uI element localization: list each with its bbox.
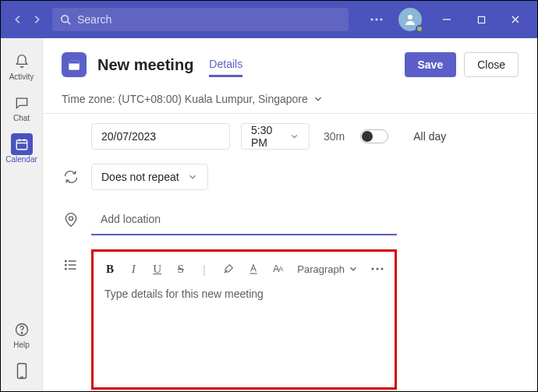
svg-rect-11 — [69, 61, 80, 64]
repeat-icon — [63, 169, 79, 185]
app-rail: Activity Chat Calendar Help — [1, 38, 43, 391]
italic-button[interactable]: I — [128, 261, 139, 277]
rail-help[interactable]: Help — [3, 314, 41, 355]
calendar-glyph-icon — [67, 58, 81, 72]
account-avatar[interactable] — [398, 8, 422, 31]
more-horizontal-icon — [371, 267, 384, 270]
chevron-down-icon — [187, 171, 198, 182]
page-header: New meeting Details Save Close — [43, 38, 537, 77]
svg-point-12 — [69, 217, 73, 221]
svg-point-16 — [372, 268, 374, 270]
font-color-icon — [247, 263, 260, 275]
paragraph-style-select[interactable]: Paragraph — [297, 263, 359, 275]
svg-rect-9 — [17, 364, 26, 379]
chat-icon — [14, 95, 30, 111]
nav-back-button[interactable] — [10, 12, 26, 27]
clock-icon-slot — [62, 127, 80, 146]
window-minimize-button[interactable] — [431, 7, 462, 32]
toolbar-more-button[interactable] — [371, 261, 384, 277]
device-icon — [16, 362, 27, 380]
time-input[interactable]: 5:30 PM — [241, 123, 310, 150]
rail-chat[interactable]: Chat — [3, 87, 41, 129]
date-value: 20/07/2023 — [101, 130, 156, 143]
chevron-down-icon — [348, 263, 359, 274]
chevron-down-icon — [313, 94, 324, 104]
svg-point-3 — [380, 18, 382, 20]
svg-rect-5 — [478, 16, 484, 23]
datetime-row: 20/07/2023 5:30 PM 30m All day — [62, 123, 519, 150]
chevron-down-icon — [289, 131, 299, 142]
repeat-value: Does not repeat — [101, 171, 179, 183]
bold-button[interactable]: B — [104, 261, 115, 277]
close-button[interactable]: Close — [464, 52, 519, 77]
rail-help-label: Help — [13, 341, 30, 349]
app-window: Search Activity — [0, 0, 538, 392]
page-title: New meeting — [97, 56, 193, 74]
svg-point-0 — [62, 16, 69, 23]
search-input[interactable]: Search — [52, 8, 349, 31]
more-options-button[interactable] — [364, 7, 389, 32]
svg-point-14 — [65, 264, 67, 266]
titlebar: Search — [1, 1, 537, 38]
location-icon — [63, 212, 79, 228]
rail-device[interactable] — [3, 355, 41, 391]
svg-rect-6 — [16, 140, 27, 150]
window-maximize-button[interactable] — [465, 7, 497, 32]
rail-chat-label: Chat — [13, 114, 30, 122]
search-icon — [60, 14, 71, 25]
editor-toolbar: B I U S | AA — [104, 261, 384, 277]
font-color-button[interactable] — [247, 261, 260, 277]
timezone-label: Time zone: (UTC+08:00) Kuala Lumpur, Sin… — [62, 93, 308, 105]
paragraph-style-label: Paragraph — [297, 263, 345, 275]
svg-point-8 — [21, 333, 22, 334]
strikethrough-button[interactable]: S — [175, 261, 186, 277]
person-icon — [404, 13, 416, 26]
svg-point-13 — [65, 260, 67, 262]
history-nav — [10, 12, 44, 27]
list-icon — [63, 257, 79, 273]
allday-toggle[interactable] — [360, 129, 388, 143]
location-input[interactable]: Add location — [91, 204, 397, 235]
highlight-icon — [222, 263, 235, 275]
underline-button[interactable]: U — [151, 261, 162, 277]
timezone-selector[interactable]: Time zone: (UTC+08:00) Kuala Lumpur, Sin… — [43, 77, 537, 114]
svg-point-17 — [377, 268, 379, 270]
rail-activity[interactable]: Activity — [3, 46, 41, 87]
font-size-button[interactable]: AA — [272, 261, 283, 277]
highlight-button[interactable] — [222, 261, 235, 277]
rail-activity-label: Activity — [9, 72, 34, 81]
save-button[interactable]: Save — [405, 52, 457, 77]
help-icon — [14, 322, 30, 337]
description-editor[interactable]: B I U S | AA — [91, 249, 397, 390]
toolbar-divider: | — [199, 261, 210, 277]
svg-point-18 — [381, 268, 384, 270]
calendar-icon — [15, 137, 29, 151]
allday-label: All day — [413, 130, 446, 143]
svg-point-1 — [370, 18, 373, 20]
description-row: B I U S | AA — [62, 249, 519, 390]
window-close-button[interactable] — [500, 7, 531, 32]
editor-placeholder: Type details for this new meeting — [104, 288, 384, 300]
date-input[interactable]: 20/07/2023 — [91, 123, 230, 150]
rail-calendar-label: Calendar — [5, 155, 37, 164]
tab-details[interactable]: Details — [209, 53, 242, 77]
presence-available-icon — [416, 25, 423, 33]
tabs: Details — [206, 53, 242, 77]
meeting-icon — [62, 52, 87, 77]
svg-point-15 — [65, 268, 67, 270]
repeat-row: Does not repeat — [62, 164, 519, 190]
time-value: 5:30 PM — [251, 124, 289, 149]
location-placeholder: Add location — [101, 213, 161, 225]
repeat-select[interactable]: Does not repeat — [91, 164, 208, 190]
more-horizontal-icon — [370, 18, 383, 21]
rail-calendar[interactable]: Calendar — [3, 129, 41, 170]
search-placeholder: Search — [77, 13, 111, 26]
toggle-knob — [362, 131, 373, 142]
nav-forward-button[interactable] — [29, 12, 44, 27]
location-row: Add location — [62, 204, 519, 235]
duration-label: 30m — [324, 130, 345, 143]
svg-point-4 — [408, 15, 412, 19]
svg-point-2 — [375, 18, 377, 20]
bell-icon — [14, 54, 30, 69]
main-content: New meeting Details Save Close Time zone… — [43, 38, 537, 391]
